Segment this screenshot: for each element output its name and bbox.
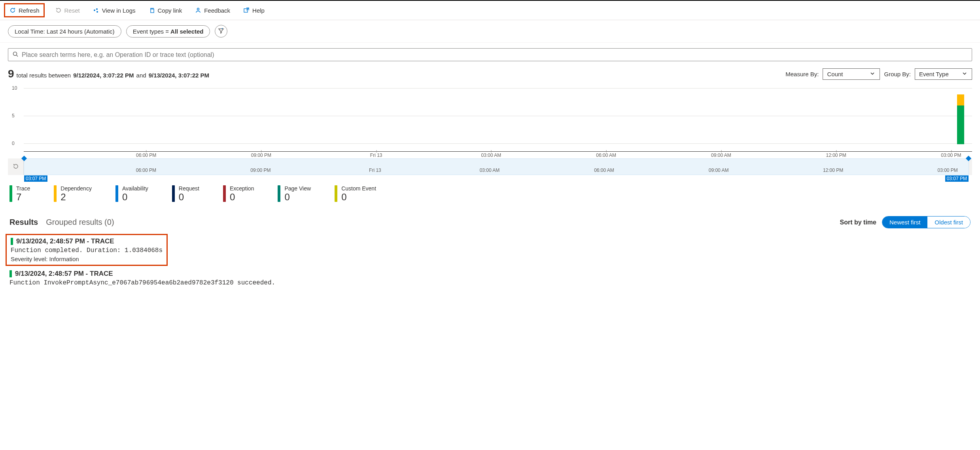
legend-item[interactable]: Dependency 2	[54, 185, 92, 203]
trace-stripe-icon	[9, 270, 12, 277]
brush-tick: 06:00 AM	[594, 168, 614, 173]
result-title: 9/13/2024, 2:48:57 PM - TRACE	[15, 270, 113, 278]
search-input[interactable]	[22, 51, 968, 58]
summary-to: 9/13/2024, 3:07:22 PM	[149, 72, 209, 79]
feedback-label: Feedback	[204, 7, 230, 14]
result-item[interactable]: 9/13/2024, 2:48:57 PM - TRACE Function I…	[9, 267, 971, 289]
legend-color-swatch	[9, 185, 12, 202]
help-label: Help	[252, 7, 265, 14]
legend-item[interactable]: Custom Event 0	[335, 185, 376, 203]
svg-point-0	[94, 9, 95, 11]
refresh-button[interactable]: Refresh	[4, 3, 45, 17]
reset-label: Reset	[64, 7, 80, 14]
legend-color-swatch	[335, 185, 337, 202]
summary-text: 9 total results between 9/12/2024, 3:07:…	[8, 68, 209, 80]
brush-tick: 09:00 PM	[250, 168, 271, 173]
event-types-pill[interactable]: Event types = All selected	[126, 25, 210, 38]
result-title: 9/13/2024, 2:48:57 PM - TRACE	[16, 237, 114, 245]
add-filter-button[interactable]	[215, 25, 227, 38]
chart-bar-segment[interactable]	[957, 105, 964, 144]
group-by-value: Event Type	[919, 71, 949, 77]
result-message: Function completed. Duration: 1.0384068s	[11, 247, 163, 254]
legend-color-swatch	[278, 185, 280, 202]
brush-tick: 03:00 AM	[480, 168, 500, 173]
time-brush[interactable]: 06:00 PM09:00 PMFri 1303:00 AM06:00 AM09…	[0, 158, 980, 175]
result-item[interactable]: 9/13/2024, 2:48:57 PM - TRACE Function c…	[6, 234, 168, 266]
brush-tick: 12:00 PM	[823, 168, 843, 173]
svg-rect-3	[151, 9, 154, 13]
sort-newest-button[interactable]: Newest first	[882, 217, 927, 228]
legend-item[interactable]: Trace 7	[9, 185, 30, 203]
brush-track[interactable]: 06:00 PM09:00 PMFri 1303:00 AM06:00 AM09…	[24, 158, 969, 175]
view-in-logs-button[interactable]: View in Logs	[90, 5, 138, 15]
svg-point-4	[197, 8, 199, 10]
summary-controls: Measure By: Count Group By: Event Type	[785, 68, 972, 80]
legend-count: 0	[179, 192, 199, 203]
refresh-label: Refresh	[19, 7, 40, 14]
feedback-icon	[195, 7, 202, 14]
time-range-pill[interactable]: Local Time: Last 24 hours (Automatic)	[8, 25, 121, 38]
legend-item[interactable]: Request 0	[172, 185, 199, 203]
result-severity: Severity level: Information	[11, 256, 163, 262]
legend-color-swatch	[223, 185, 226, 202]
svg-point-6	[13, 52, 17, 56]
sort-segmented: Newest first Oldest first	[882, 216, 971, 228]
event-types-prefix: Event types =	[133, 28, 170, 35]
legend-color-swatch	[54, 185, 57, 202]
feedback-button[interactable]: Feedback	[192, 5, 233, 15]
trace-stripe-icon	[11, 238, 13, 245]
chart-xtick: 09:00 PM	[251, 153, 271, 158]
result-message: Function InvokePromptAsync_e7067ab796954…	[9, 279, 971, 286]
legend-item[interactable]: Exception 0	[223, 185, 254, 203]
legend-item[interactable]: Page View 0	[278, 185, 311, 203]
chart: 0510 06:00 PM09:00 PMFri 1303:00 AM06:00…	[0, 84, 980, 158]
undo-icon	[55, 7, 62, 14]
view-in-logs-label: View in Logs	[102, 7, 136, 14]
legend-item[interactable]: Availability 0	[115, 185, 148, 203]
sort-oldest-button[interactable]: Oldest first	[927, 217, 970, 228]
search-row	[0, 43, 980, 65]
measure-by-select[interactable]: Count	[823, 68, 880, 80]
group-by-label: Group By:	[884, 71, 911, 77]
brush-tick: 06:00 PM	[136, 168, 156, 173]
search-box[interactable]	[8, 48, 972, 61]
brush-tick: Fri 13	[369, 168, 381, 173]
measure-by-value: Count	[827, 71, 843, 77]
search-icon	[12, 51, 19, 58]
chart-ytick: 5	[12, 113, 15, 119]
funnel-plus-icon	[218, 28, 224, 35]
legend-label: Custom Event	[341, 185, 376, 192]
chart-xtick: 06:00 PM	[136, 153, 156, 158]
chart-xaxis: 06:00 PM09:00 PMFri 1303:00 AM06:00 AM09…	[24, 151, 972, 158]
legend-count: 0	[230, 192, 254, 203]
svg-rect-5	[244, 9, 248, 12]
tab-grouped-results[interactable]: Grouped results (0)	[46, 218, 114, 227]
brush-tick: 03:00 PM	[937, 168, 957, 173]
legend-count: 0	[284, 192, 311, 203]
total-count: 9	[8, 68, 14, 80]
legend-count: 7	[16, 192, 30, 203]
reset-button: Reset	[53, 5, 82, 15]
legend-label: Request	[179, 185, 199, 192]
legend-label: Dependency	[61, 185, 92, 192]
tab-results[interactable]: Results	[9, 218, 38, 227]
legend-count: 0	[122, 192, 148, 203]
group-by-select[interactable]: Event Type	[915, 68, 972, 80]
help-button[interactable]: Help	[240, 5, 267, 15]
copy-link-button[interactable]: Copy link	[146, 5, 185, 15]
result-tabs: Results Grouped results (0)	[9, 218, 114, 227]
copy-link-label: Copy link	[158, 7, 182, 14]
chart-ytick: 10	[12, 85, 17, 91]
chart-ytick: 0	[12, 141, 15, 146]
summary-t2: and	[136, 72, 146, 79]
legend-label: Trace	[16, 185, 30, 192]
summary-row: 9 total results between 9/12/2024, 3:07:…	[0, 65, 980, 84]
legend-count: 2	[61, 192, 92, 203]
brush-end-label: 03:07 PM	[945, 175, 969, 182]
chart-xtick: 09:00 AM	[711, 153, 731, 158]
brush-reset-button[interactable]	[8, 158, 24, 175]
svg-point-2	[96, 11, 98, 13]
filter-row: Local Time: Last 24 hours (Automatic) Ev…	[0, 20, 980, 43]
logs-icon	[93, 7, 100, 14]
chart-bar-segment[interactable]	[957, 94, 964, 105]
